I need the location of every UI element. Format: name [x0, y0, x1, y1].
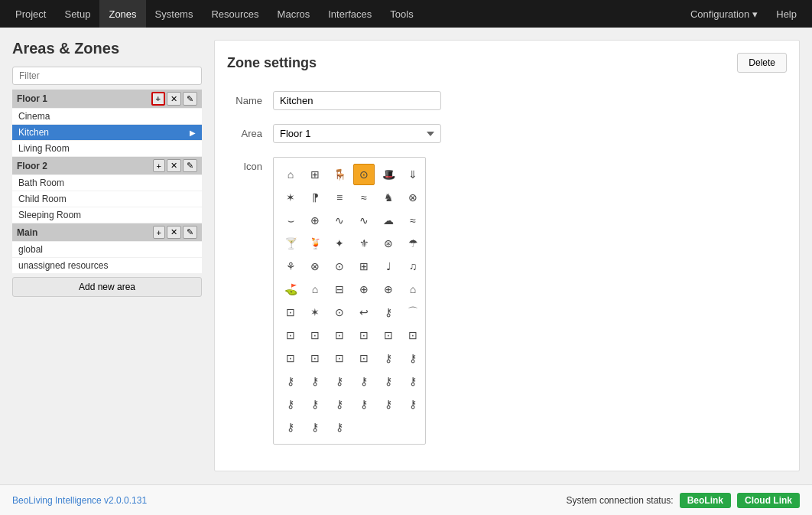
icon-cell-30[interactable]: ⛳	[280, 279, 301, 300]
zone-living-room[interactable]: Living Room	[12, 141, 202, 156]
icon-cell-1[interactable]: ⊞	[304, 164, 326, 185]
icon-cell-46[interactable]: ⊡	[378, 324, 399, 346]
icon-cell-16[interactable]: ☁	[378, 210, 399, 231]
icon-cell-50[interactable]: ⊡	[329, 347, 350, 369]
icon-cell-3[interactable]: ⊙	[353, 164, 375, 185]
delete-button[interactable]: Delete	[737, 53, 787, 73]
nav-interfaces[interactable]: Interfaces	[319, 0, 381, 28]
configuration-button[interactable]: Configuration ▾	[681, 8, 767, 20]
icon-cell-8[interactable]: ≡	[329, 187, 350, 208]
icon-cell-41[interactable]: ⌒	[402, 302, 424, 323]
edit-zone-floor1[interactable]: ✎	[183, 92, 197, 106]
icon-cell-6[interactable]: ✶	[280, 187, 301, 208]
icon-cell-44[interactable]: ⊡	[329, 324, 350, 346]
icon-cell-28[interactable]: ♩	[378, 256, 399, 277]
edit-zone-floor2[interactable]: ✎	[183, 159, 197, 172]
icon-cell-64[interactable]: ⚷	[378, 393, 399, 415]
icon-cell-21[interactable]: ⚜	[353, 233, 375, 254]
icon-cell-38[interactable]: ⊙	[329, 302, 350, 323]
icon-cell-24[interactable]: ⚘	[280, 256, 301, 277]
icon-cell-33[interactable]: ⊕	[353, 279, 375, 300]
icon-cell-23[interactable]: ☂	[402, 233, 424, 254]
icon-cell-53[interactable]: ⚷	[402, 347, 424, 369]
nav-resources[interactable]: Resources	[202, 0, 268, 28]
icon-cell-66[interactable]: ⚷	[280, 416, 301, 438]
icon-cell-26[interactable]: ⊙	[329, 256, 350, 277]
name-input[interactable]	[273, 91, 441, 110]
icon-cell-17[interactable]: ≈	[402, 210, 424, 231]
icon-cell-15[interactable]: ∿	[353, 210, 375, 231]
icon-cell-10[interactable]: ♞	[378, 187, 399, 208]
icon-cell-40[interactable]: ⚷	[378, 302, 399, 323]
add-zone-floor2[interactable]: +	[153, 159, 165, 172]
add-zone-main[interactable]: +	[153, 226, 165, 239]
icon-cell-14[interactable]: ∿	[329, 210, 350, 231]
icon-cell-51[interactable]: ⊡	[353, 347, 375, 369]
nav-project[interactable]: Project	[6, 0, 55, 28]
icon-cell-34[interactable]: ⊕	[378, 279, 399, 300]
zone-unassigned[interactable]: unassigned resources	[12, 258, 202, 273]
icon-cell-36[interactable]: ⊡	[280, 302, 301, 323]
icon-cell-67[interactable]: ⚷	[304, 416, 326, 438]
icon-cell-19[interactable]: 🍹	[304, 233, 326, 254]
icon-cell-5[interactable]: ⇓	[402, 164, 424, 185]
icon-cell-59[interactable]: ⚷	[402, 370, 424, 392]
zone-sleeping-room[interactable]: Sleeping Room	[12, 207, 202, 223]
zone-child-room[interactable]: Child Room	[12, 191, 202, 207]
icon-cell-39[interactable]: ↩	[353, 302, 375, 323]
delete-zone-main[interactable]: ✕	[167, 226, 181, 239]
zone-cinema[interactable]: Cinema	[12, 109, 202, 124]
icon-cell-11[interactable]: ⊗	[402, 187, 424, 208]
icon-cell-62[interactable]: ⚷	[329, 393, 350, 415]
icon-cell-58[interactable]: ⚷	[378, 370, 399, 392]
icon-cell-47[interactable]: ⊡	[402, 324, 424, 346]
icon-cell-49[interactable]: ⊡	[304, 347, 326, 369]
icon-cell-25[interactable]: ⊗	[304, 256, 326, 277]
icon-cell-31[interactable]: ⌂	[304, 279, 326, 300]
icon-cell-60[interactable]: ⚷	[280, 393, 301, 415]
add-zone-floor1[interactable]: +	[151, 92, 165, 106]
icon-cell-2[interactable]: 🪑	[329, 164, 350, 185]
icon-cell-65[interactable]: ⚷	[402, 393, 424, 415]
area-select[interactable]: Floor 1 Floor 2 Main	[273, 124, 441, 143]
icon-cell-7[interactable]: ⁋	[304, 187, 326, 208]
zone-global[interactable]: global	[12, 242, 202, 257]
icon-cell-32[interactable]: ⊟	[329, 279, 350, 300]
icon-cell-35[interactable]: ⌂	[402, 279, 424, 300]
icon-cell-4[interactable]: 🎩	[378, 164, 399, 185]
icon-cell-27[interactable]: ⊞	[353, 256, 375, 277]
icon-cell-56[interactable]: ⚷	[329, 370, 350, 392]
icon-cell-68[interactable]: ⚷	[329, 416, 350, 438]
nav-systems[interactable]: Systems	[146, 0, 203, 28]
icon-cell-54[interactable]: ⚷	[280, 370, 301, 392]
delete-zone-floor1[interactable]: ✕	[167, 92, 181, 106]
icon-cell-52[interactable]: ⚷	[378, 347, 399, 369]
icon-cell-12[interactable]: ⌣	[280, 210, 301, 231]
help-link[interactable]: Help	[767, 0, 806, 28]
icon-cell-48[interactable]: ⊡	[280, 347, 301, 369]
icon-cell-9[interactable]: ≈	[353, 187, 375, 208]
icon-cell-63[interactable]: ⚷	[353, 393, 375, 415]
edit-zone-main[interactable]: ✎	[183, 226, 197, 239]
nav-macros[interactable]: Macros	[268, 0, 320, 28]
icon-cell-61[interactable]: ⚷	[304, 393, 326, 415]
icon-cell-22[interactable]: ⊛	[378, 233, 399, 254]
nav-setup[interactable]: Setup	[55, 0, 99, 28]
icon-cell-37[interactable]: ✶	[304, 302, 326, 323]
icon-cell-42[interactable]: ⊡	[280, 324, 301, 346]
icon-cell-45[interactable]: ⊡	[353, 324, 375, 346]
icon-cell-57[interactable]: ⚷	[353, 370, 375, 392]
icon-cell-13[interactable]: ⊕	[304, 210, 326, 231]
icon-cell-29[interactable]: ♫	[402, 256, 424, 277]
icon-cell-43[interactable]: ⊡	[304, 324, 326, 346]
icon-cell-18[interactable]: 🍸	[280, 233, 301, 254]
zone-bath-room[interactable]: Bath Room	[12, 175, 202, 191]
icon-cell-0[interactable]: ⌂	[280, 164, 301, 185]
nav-zones[interactable]: Zones	[99, 0, 145, 28]
zone-kitchen[interactable]: Kitchen	[12, 125, 202, 140]
nav-tools[interactable]: Tools	[381, 0, 422, 28]
icon-cell-20[interactable]: ✦	[329, 233, 350, 254]
filter-input[interactable]	[12, 67, 202, 85]
add-new-area-button[interactable]: Add new area	[12, 277, 202, 297]
icon-cell-55[interactable]: ⚷	[304, 370, 326, 392]
